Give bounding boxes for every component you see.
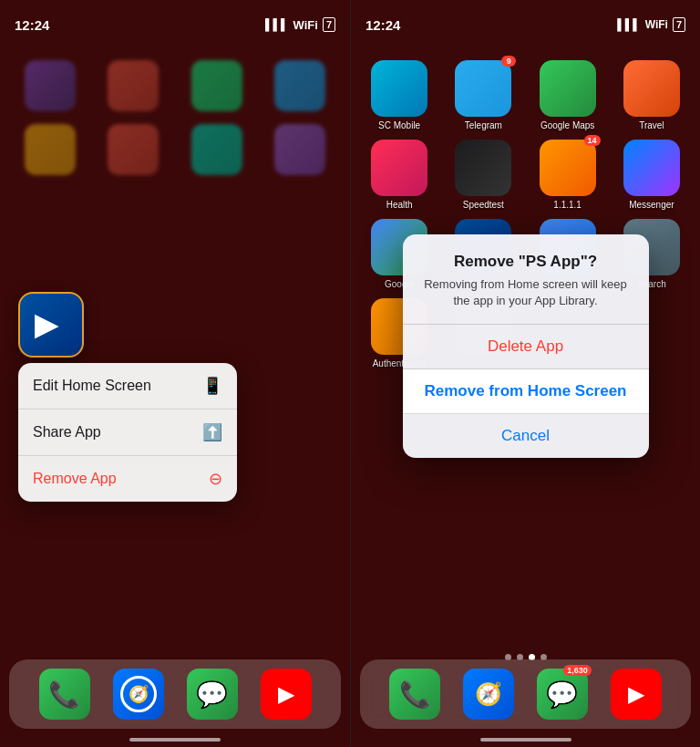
wifi-icon: WiFi xyxy=(293,18,318,32)
ps-app-icon[interactable]: ▶ xyxy=(18,292,84,358)
menu-item-edit-label: Edit Home Screen xyxy=(33,378,151,394)
dock-phone-icon[interactable]: 📞 xyxy=(39,669,90,720)
menu-item-share[interactable]: Share App ⬆️ xyxy=(18,410,237,456)
menu-item-share-label: Share App xyxy=(33,424,101,441)
signal-icon: ▌▌▌ xyxy=(265,18,289,31)
left-home-indicator xyxy=(129,738,221,742)
bg-icon xyxy=(25,60,76,111)
battery-icon: 7 xyxy=(323,17,335,32)
menu-item-remove[interactable]: Remove App ⊖ xyxy=(18,456,237,502)
menu-item-edit[interactable]: Edit Home Screen 📱 xyxy=(18,363,237,410)
left-status-bar: 12:24 ▌▌▌ WiFi 7 xyxy=(0,0,350,40)
ps-logo-icon: ▶ xyxy=(31,305,71,345)
right-phone-screen: 12:24 ▌▌▌ WiFi 7 SC Mobile 9 Telegram Go… xyxy=(350,0,700,747)
remove-icon: ⊖ xyxy=(209,469,222,489)
left-time: 12:24 xyxy=(15,17,49,33)
alert-overlay: Remove "PS App"? Removing from Home scre… xyxy=(351,0,700,747)
phone-icon: 📱 xyxy=(202,376,222,396)
share-icon: ⬆️ xyxy=(202,422,222,442)
alert-subtitle: Removing from Home screen will keep the … xyxy=(417,276,634,309)
remove-from-home-button[interactable]: Remove from Home Screen xyxy=(403,369,649,414)
bg-icon xyxy=(274,124,325,175)
bg-icon xyxy=(108,124,159,175)
alert-dialog: Remove "PS App"? Removing from Home scre… xyxy=(403,234,649,458)
context-menu: Edit Home Screen 📱 Share App ⬆️ Remove A… xyxy=(18,363,237,502)
svg-text:▶: ▶ xyxy=(35,308,59,341)
bg-icon xyxy=(108,60,159,111)
cancel-button[interactable]: Cancel xyxy=(403,414,649,458)
dock-messages-icon[interactable]: 💬 xyxy=(187,669,238,720)
bg-icon xyxy=(191,124,242,175)
bg-icon xyxy=(25,124,76,175)
delete-app-button[interactable]: Delete App xyxy=(403,325,649,369)
left-status-icons: ▌▌▌ WiFi 7 xyxy=(265,17,335,32)
bg-icon xyxy=(274,60,325,111)
dock-safari-icon[interactable]: 🧭 xyxy=(113,669,164,720)
bg-icon xyxy=(191,60,242,111)
alert-text-area: Remove "PS App"? Removing from Home scre… xyxy=(403,234,649,325)
left-phone-screen: 12:24 ▌▌▌ WiFi 7 ▶ Edit xyxy=(0,0,350,747)
alert-title: Remove "PS App"? xyxy=(417,253,634,271)
context-menu-area: ▶ Edit Home Screen 📱 Share App ⬆️ Remove… xyxy=(18,292,237,502)
dock-youtube-icon[interactable]: ▶ xyxy=(261,669,312,720)
left-dock: 📞 🧭 💬 ▶ xyxy=(9,659,341,729)
menu-item-remove-label: Remove App xyxy=(33,471,117,487)
